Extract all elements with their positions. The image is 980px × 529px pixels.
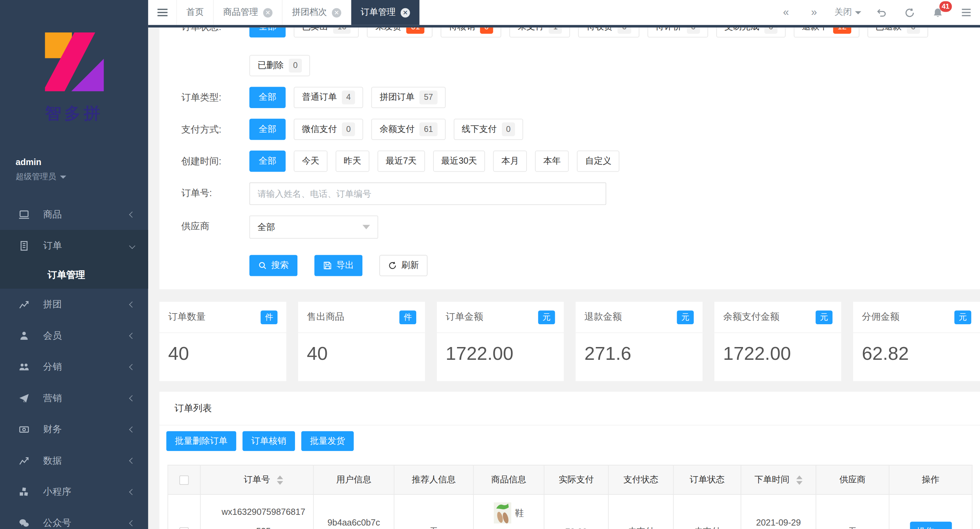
product-thumbnail[interactable] (494, 502, 511, 523)
filter-count-badge: 12 (833, 28, 851, 34)
user-block[interactable]: admin 超级管理员 (0, 124, 148, 191)
tab-close-icon[interactable]: ✕ (401, 8, 410, 17)
sidebar-item-official-account[interactable]: 公众号 (0, 507, 148, 529)
row-action-dropdown[interactable]: 操作 (910, 522, 951, 529)
status-filter-deleted[interactable]: 已删除 0 (250, 55, 310, 76)
type-filter-normal[interactable]: 普通订单 4 (294, 87, 363, 108)
select-all-checkbox[interactable] (179, 476, 189, 485)
brand-name: 智多拼 (0, 103, 148, 124)
status-filter-refunding[interactable]: 退款中 12 (794, 28, 859, 38)
caret-down-icon (855, 11, 861, 14)
chevron-left-icon (129, 489, 135, 495)
filter-option-label: 已删除 (257, 60, 283, 71)
sidebar-item-finance[interactable]: 财务 (0, 414, 148, 445)
col-supplier: 供应商 (816, 465, 889, 494)
tab-label: 首页 (186, 7, 204, 18)
user-role[interactable]: 超级管理员 (16, 171, 148, 183)
bulk-ship-button[interactable]: 批量发货 (301, 431, 354, 451)
order-search-input[interactable] (250, 182, 606, 205)
sort-icon[interactable] (277, 475, 283, 485)
bulk-delete-button[interactable]: 批量删除订单 (166, 431, 236, 451)
sidebar-subitem-order-management[interactable]: 订单管理 (0, 261, 148, 289)
created-filter-7days[interactable]: 最近7天 (377, 151, 425, 172)
col-label: 操作 (922, 474, 940, 484)
pay-status-cell: 未支付 (608, 494, 673, 529)
order-verify-label: 订单核销 (251, 435, 286, 447)
col-order-no[interactable]: 订单号 (200, 465, 313, 494)
row-select-cell (168, 494, 200, 529)
created-filter-yesterday[interactable]: 昨天 (336, 151, 370, 172)
status-filter-sold[interactable]: 已卖出 10 (294, 28, 359, 38)
tab-close-icon[interactable]: ✕ (332, 8, 341, 17)
search-button[interactable]: 搜索 (250, 255, 298, 276)
sidebar-item-orders[interactable]: 订单 (0, 230, 148, 261)
tab-goods-management[interactable]: 商品管理 ✕ (214, 0, 283, 25)
filter-count-badge: 57 (419, 91, 438, 104)
created-filter-30days[interactable]: 最近30天 (433, 151, 485, 172)
filter-label: 订单号: (181, 182, 250, 205)
refresh-icon[interactable] (896, 0, 924, 25)
row-checkbox[interactable] (179, 527, 189, 529)
status-filter-pending-verify[interactable]: 待核销 0 (441, 28, 501, 38)
filter-option-label: 全部 (259, 124, 276, 135)
created-filter-custom[interactable]: 自定义 (577, 151, 620, 172)
payment-filter-wechat[interactable]: 微信支付 0 (294, 119, 363, 140)
type-filter-groupbuy[interactable]: 拼团订单 57 (371, 87, 445, 108)
status-filter-completed[interactable]: 交易完成 0 (716, 28, 786, 38)
col-label: 实际支付 (559, 474, 594, 484)
status-filter-refunded[interactable]: 已退款 0 (867, 28, 928, 38)
sidebar-item-marketing[interactable]: 营销 (0, 382, 148, 413)
sidebar-item-members[interactable]: 会员 (0, 320, 148, 351)
supplier-select[interactable]: 全部 (250, 216, 378, 238)
created-filter-year[interactable]: 本年 (535, 151, 569, 172)
filter-option-label: 全部 (259, 156, 276, 167)
status-filter-all[interactable]: 全部 (250, 28, 286, 38)
export-button[interactable]: 导出 (314, 255, 362, 276)
created-filter-all[interactable]: 全部 (250, 151, 286, 172)
order-verify-button[interactable]: 订单核销 (242, 431, 295, 451)
scroll-tabs-right-icon[interactable]: » (800, 0, 828, 25)
scroll-tabs-left-icon[interactable]: « (772, 0, 800, 25)
stat-card-order-amount: 订单金额 元 1722.00 (437, 302, 564, 381)
created-filter-today[interactable]: 今天 (294, 151, 328, 172)
stat-value: 40 (159, 333, 286, 374)
groupbuy-chart-icon (19, 299, 29, 310)
hamburger-menu-icon[interactable] (148, 0, 177, 25)
payment-filter-balance[interactable]: 余额支付 61 (371, 119, 445, 140)
sidebar-item-miniprogram[interactable]: 小程序 (0, 476, 148, 507)
sort-icon[interactable] (796, 475, 802, 485)
tab-close-icon[interactable]: ✕ (263, 8, 272, 17)
select-all-cell (168, 465, 200, 494)
undo-icon[interactable] (867, 0, 896, 25)
payment-filter-all[interactable]: 全部 (250, 119, 286, 140)
created-filter-month[interactable]: 本月 (493, 151, 527, 172)
more-options-icon[interactable] (952, 0, 980, 25)
stat-title: 售出商品 (307, 311, 344, 323)
status-filter-awaiting-receipt[interactable]: 待收货 0 (578, 28, 639, 38)
orders-table: 订单号 用户信息 推荐人信息 商品信息 实际支付 支付状态 (167, 465, 972, 529)
col-order-time[interactable]: 下单时间 (741, 465, 816, 494)
stat-value: 271.6 (576, 333, 702, 374)
tab-groupbuy-level[interactable]: 拼团档次 ✕ (283, 0, 351, 25)
sidebar-item-groupbuy[interactable]: 拼团 (0, 289, 148, 320)
filter-count-badge: 0 (907, 28, 920, 34)
wechat-icon (19, 518, 29, 528)
status-filter-unpaid[interactable]: 未支付 1 (509, 28, 570, 38)
status-filter-awaiting-review[interactable]: 待评价 0 (648, 28, 708, 38)
close-tabs-dropdown[interactable]: 关闭 (828, 0, 867, 25)
type-filter-all[interactable]: 全部 (250, 87, 286, 108)
notification-bell-icon[interactable]: 41 (924, 0, 952, 25)
status-filter-unshipped[interactable]: 未发货 61 (367, 28, 433, 38)
sidebar-item-goods[interactable]: 商品 (0, 199, 148, 230)
tab-home[interactable]: 首页 (177, 0, 214, 25)
payment-filter-offline[interactable]: 线下支付 0 (453, 119, 523, 140)
order-no: wx163290759876817 (214, 502, 313, 522)
sidebar-item-data[interactable]: 数据 (0, 445, 148, 476)
refresh-button[interactable]: 刷新 (379, 255, 427, 276)
referrer-cell: 无 (394, 494, 474, 529)
tab-order-management[interactable]: 订单管理 ✕ (351, 0, 420, 25)
notification-count-badge: 41 (939, 2, 952, 12)
filter-panel: 订单状态: 全部 已卖出 10 未发货 61 待核销 0 未支付 (159, 28, 980, 289)
sidebar-item-distribution[interactable]: 分销 (0, 351, 148, 382)
search-icon (258, 261, 267, 270)
